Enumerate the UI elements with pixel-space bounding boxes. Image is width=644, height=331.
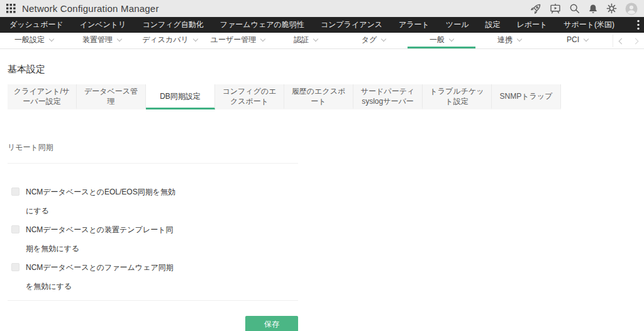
subnav-label: ディスカバリ bbox=[142, 35, 189, 45]
chevron-down-icon bbox=[449, 36, 454, 41]
checkbox-item-disable-device-template-sync[interactable]: NCMデータベースとの装置テンプレート同期を無効にする bbox=[8, 220, 298, 258]
subnav-item-discovery[interactable]: ディスカバリ bbox=[136, 33, 204, 48]
checkbox-disable-eol-eos-sync[interactable] bbox=[11, 188, 19, 196]
content-area: 基本設定 クライアント/サーバー設定 データベース管理 DB同期設定 コンフィグ… bbox=[0, 64, 644, 331]
user-avatar[interactable] bbox=[625, 3, 638, 15]
chevron-down-icon bbox=[381, 36, 386, 41]
subnav-label: 一般設定 bbox=[14, 35, 45, 45]
divider: リモート同期 bbox=[8, 109, 298, 164]
checkbox-item-disable-eol-eos-sync[interactable]: NCMデータベースとのEOL/EOS同期を無効にする bbox=[8, 182, 298, 220]
chevron-down-icon bbox=[260, 36, 265, 41]
subnav-item-tags[interactable]: タグ bbox=[340, 33, 408, 48]
subnav-label: 連携 bbox=[497, 35, 513, 45]
checkbox-label: NCMデータベースとの装置テンプレート同期を無効にする bbox=[26, 220, 177, 258]
apps-grid-icon[interactable] bbox=[6, 4, 16, 13]
nav-item-inventory[interactable]: インベントリ bbox=[72, 17, 135, 33]
settings-subnav: 一般設定 装置管理 ディスカバリ ユーザー管理 認証 タグ 一般 連携 PCI bbox=[0, 33, 644, 49]
subnav-label: PCI bbox=[567, 35, 579, 44]
gear-icon[interactable] bbox=[606, 3, 617, 14]
checkbox-disable-device-template-sync[interactable] bbox=[11, 225, 19, 233]
nav-item-reports[interactable]: レポート bbox=[508, 17, 555, 33]
checkbox-item-disable-firmware-sync[interactable]: NCMデータベースとのファームウェア同期を無効にする bbox=[8, 258, 298, 296]
scroll-left-icon[interactable] bbox=[619, 38, 625, 44]
presentation-play-icon[interactable] bbox=[550, 3, 561, 14]
form-actions: 保存 bbox=[8, 301, 298, 331]
subnav-label: 認証 bbox=[294, 35, 309, 45]
nav-item-tools[interactable]: ツール bbox=[438, 17, 477, 33]
subnav-item-general-settings[interactable]: 一般設定 bbox=[0, 33, 68, 48]
subnav-label: 装置管理 bbox=[82, 35, 113, 45]
subnav-label: タグ bbox=[362, 35, 377, 45]
nav-item-alerts[interactable]: アラート bbox=[391, 17, 438, 33]
subnav-item-user-management[interactable]: ユーザー管理 bbox=[204, 33, 272, 48]
nav-item-config-automation[interactable]: コンフィグ自動化 bbox=[134, 17, 211, 33]
save-button[interactable]: 保存 bbox=[245, 316, 298, 331]
chevron-down-icon bbox=[584, 36, 589, 41]
tab-database-management[interactable]: データベース管理 bbox=[77, 84, 146, 109]
settings-tabstrip: クライアント/サーバー設定 データベース管理 DB同期設定 コンフィグのエクスポ… bbox=[8, 84, 644, 109]
tab-client-server-settings[interactable]: クライアント/サーバー設定 bbox=[8, 84, 77, 109]
chevron-down-icon bbox=[49, 36, 54, 41]
rocket-icon[interactable] bbox=[530, 3, 541, 14]
chevron-down-icon bbox=[313, 36, 318, 41]
chevron-down-icon bbox=[117, 36, 122, 41]
topbar-actions bbox=[530, 3, 638, 15]
subnav-item-pci[interactable]: PCI bbox=[543, 33, 611, 48]
checkbox-label: NCMデータベースとのEOL/EOS同期を無効にする bbox=[26, 182, 177, 220]
search-icon[interactable] bbox=[569, 3, 580, 14]
subnav-item-authentication[interactable]: 認証 bbox=[272, 33, 340, 48]
tab-trouble-ticket-settings[interactable]: トラブルチケット設定 bbox=[423, 84, 492, 109]
nav-item-settings[interactable]: 設定 bbox=[477, 17, 508, 33]
tab-history-export[interactable]: 履歴のエクスポート bbox=[284, 84, 353, 109]
tab-config-export[interactable]: コンフィグのエクスポート bbox=[215, 84, 284, 109]
nav-item-support[interactable]: サポート(米国) bbox=[555, 17, 623, 33]
subnav-item-integration[interactable]: 連携 bbox=[475, 33, 543, 48]
main-nav: ダッシュボード インベントリ コンフィグ自動化 ファームウェアの脆弱性 コンプラ… bbox=[0, 17, 644, 33]
subnav-item-general[interactable]: 一般 bbox=[408, 33, 475, 48]
topbar: Network Configuration Manager bbox=[0, 0, 644, 17]
bell-icon[interactable] bbox=[588, 4, 598, 14]
subnav-item-device-management[interactable]: 装置管理 bbox=[68, 33, 136, 48]
remote-sync-form: リモート同期 NCMデータベースとのEOL/EOS同期を無効にする NCMデータ… bbox=[8, 109, 298, 301]
section-title-remote-sync: リモート同期 bbox=[8, 142, 298, 153]
nav-item-firmware-vulnerability[interactable]: ファームウェアの脆弱性 bbox=[212, 17, 313, 33]
subnav-pager bbox=[613, 35, 644, 47]
tab-thirdparty-syslog-server[interactable]: サードパーティsyslogサーバー bbox=[353, 84, 423, 109]
checkbox-list: NCMデータベースとのEOL/EOS同期を無効にする NCMデータベースとの装置… bbox=[8, 164, 298, 301]
subnav-label: 一般 bbox=[430, 35, 445, 45]
scroll-right-icon[interactable] bbox=[633, 38, 639, 44]
tab-snmp-trap[interactable]: SNMPトラップ bbox=[492, 84, 561, 109]
chevron-down-icon bbox=[517, 36, 522, 41]
nav-item-compliance[interactable]: コンプライアンス bbox=[313, 17, 391, 33]
chevron-down-icon bbox=[193, 36, 198, 41]
subnav-label: ユーザー管理 bbox=[211, 35, 257, 45]
kebab-menu-icon[interactable] bbox=[637, 20, 640, 33]
nav-item-dashboard[interactable]: ダッシュボード bbox=[1, 17, 72, 33]
app-title: Network Configuration Manager bbox=[22, 3, 159, 14]
checkbox-label: NCMデータベースとのファームウェア同期を無効にする bbox=[26, 258, 177, 296]
page-title: 基本設定 bbox=[8, 64, 644, 76]
tab-db-sync-settings[interactable]: DB同期設定 bbox=[146, 84, 215, 109]
checkbox-disable-firmware-sync[interactable] bbox=[11, 263, 19, 271]
